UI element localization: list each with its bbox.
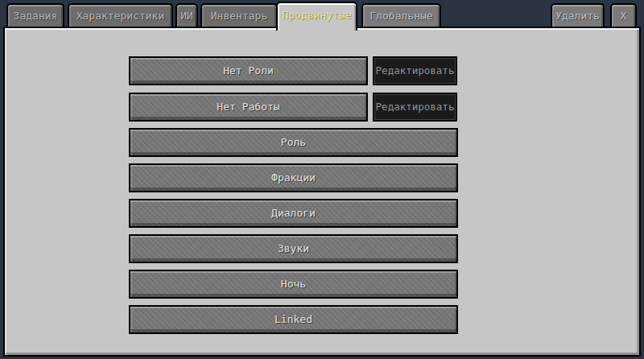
role-status-button[interactable]: Нет Роли — [129, 56, 368, 85]
tab-close[interactable]: X — [610, 3, 637, 27]
sounds-button[interactable]: Звуки — [129, 234, 458, 263]
tab-delete[interactable]: Удалить — [551, 3, 605, 27]
tab-inventory[interactable]: Инвентарь — [200, 3, 278, 27]
tab-ai[interactable]: ИИ — [175, 3, 198, 27]
tab-advanced[interactable]: Продвинутые — [276, 2, 357, 31]
npc-editor-screen: Задания Характеристики ИИ Инвентарь Прод… — [0, 0, 644, 359]
linked-button[interactable]: Linked — [129, 305, 458, 334]
role-button[interactable]: Роль — [129, 128, 458, 157]
job-status-button[interactable]: Нет Работы — [129, 93, 368, 122]
edit-job-button[interactable]: Редактировать — [373, 93, 457, 122]
factions-button[interactable]: Фракции — [129, 163, 458, 192]
dialogs-button[interactable]: Диалоги — [129, 199, 458, 228]
edit-role-button[interactable]: Редактировать — [373, 56, 457, 85]
tab-tasks[interactable]: Задания — [6, 3, 64, 27]
night-button[interactable]: Ночь — [129, 270, 458, 299]
tab-global[interactable]: Глобальные — [361, 3, 441, 27]
tab-stats[interactable]: Характеристики — [68, 3, 173, 27]
